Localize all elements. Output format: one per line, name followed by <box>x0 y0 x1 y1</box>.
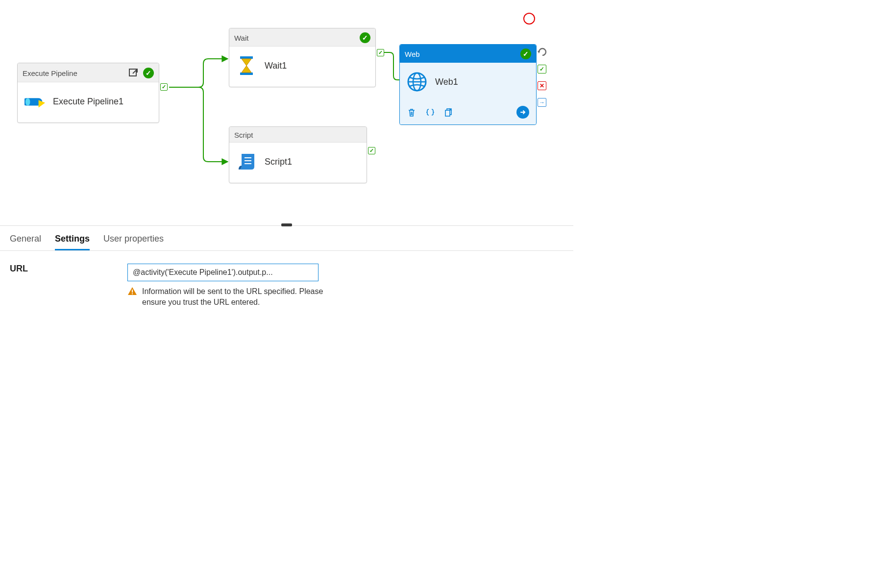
url-label: URL <box>10 264 69 274</box>
success-icon: ✓ <box>520 49 531 59</box>
redo-icon[interactable] <box>538 47 547 58</box>
delete-icon[interactable] <box>407 107 416 117</box>
node-type-label: Execute Pipeline <box>23 69 77 77</box>
copy-icon[interactable] <box>444 107 454 117</box>
tab-general[interactable]: General <box>10 234 41 250</box>
tab-settings[interactable]: Settings <box>55 234 90 250</box>
node-execute-pipeline[interactable]: Execute Pipeline ✓ Execute Pipeline1 <box>17 63 159 123</box>
port-failure[interactable]: ✕ <box>538 81 546 90</box>
node-script[interactable]: Script Script1 <box>229 126 367 183</box>
settings-panel: URL Information will be sent to the URL … <box>0 251 573 321</box>
arrow-right-icon[interactable] <box>516 106 529 119</box>
svg-rect-0 <box>129 69 136 76</box>
node-name: Wait1 <box>265 61 287 71</box>
pipeline-icon <box>24 91 45 112</box>
success-icon: ✓ <box>360 32 370 43</box>
svg-rect-14 <box>132 290 133 293</box>
success-port[interactable]: ✓ <box>160 83 168 91</box>
warning-text: Information will be sent to the URL spec… <box>142 286 323 308</box>
globe-icon <box>407 72 427 92</box>
code-icon[interactable] <box>425 107 435 117</box>
svg-rect-15 <box>132 294 133 294</box>
node-name: Script1 <box>265 157 292 167</box>
drag-handle[interactable] <box>281 223 292 226</box>
node-name: Web1 <box>435 77 458 87</box>
open-icon[interactable] <box>127 67 139 79</box>
hourglass-icon <box>236 55 257 76</box>
svg-rect-13 <box>445 110 450 116</box>
node-type-label: Script <box>234 131 253 139</box>
port-completion[interactable]: → <box>538 98 546 107</box>
node-name: Execute Pipeline1 <box>53 97 123 107</box>
node-type-label: Web <box>405 50 420 58</box>
node-wait[interactable]: Wait ✓ Wait1 <box>229 28 376 87</box>
success-port[interactable]: ✓ <box>377 49 384 56</box>
svg-point-1 <box>25 98 30 105</box>
url-input[interactable] <box>127 264 318 281</box>
warning-icon <box>127 286 137 299</box>
web-output-ports: ✓ ✕ → <box>538 65 546 107</box>
success-icon: ✓ <box>143 68 154 78</box>
node-type-label: Wait <box>234 34 248 42</box>
property-tabs: General Settings User properties <box>0 226 573 251</box>
node-web[interactable]: Web ✓ Web1 <box>399 44 537 125</box>
port-success[interactable]: ✓ <box>538 65 546 74</box>
svg-rect-2 <box>240 56 253 59</box>
svg-rect-3 <box>240 73 253 75</box>
tab-user-properties[interactable]: User properties <box>103 234 164 250</box>
panel-divider[interactable] <box>0 225 573 226</box>
annotation-circle <box>523 13 535 24</box>
script-icon <box>236 151 257 172</box>
pipeline-canvas[interactable]: Execute Pipeline ✓ Execute Pipeline1 ✓ W <box>0 0 573 225</box>
success-port[interactable]: ✓ <box>368 147 375 154</box>
